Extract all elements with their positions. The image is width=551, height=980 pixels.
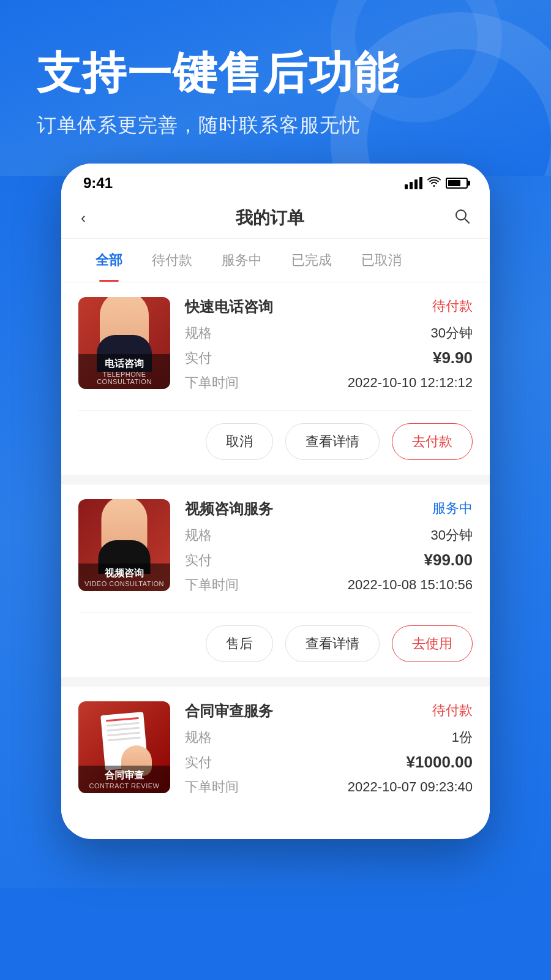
nav-bar: ‹ 我的订单 <box>61 198 490 239</box>
order-card: 合同审查 CONTRACT REVIEW 合同审查服务 待付款 规格 1份 <box>61 687 490 829</box>
spec-label: 规格 <box>185 324 212 342</box>
order-status: 待付款 <box>432 297 473 315</box>
image-sub-label: TELEPHONE CONSULTATION <box>81 371 168 385</box>
order-image-contract: 合同审查 CONTRACT REVIEW <box>78 701 170 793</box>
spec-value: 1份 <box>452 728 473 747</box>
time-value: 2022-10-10 12:12:12 <box>348 375 473 391</box>
signal-icon <box>405 177 422 189</box>
hero-title: 支持一键售后功能 <box>37 49 514 97</box>
time-label: 下单时间 <box>185 576 239 594</box>
time-label: 下单时间 <box>185 778 239 796</box>
paid-label: 实付 <box>185 753 212 772</box>
paid-value: ¥99.00 <box>424 551 473 570</box>
cancel-button[interactable]: 取消 <box>206 423 273 460</box>
order-card: 视频咨询 VIDEO CONSULTATION 视频咨询服务 服务中 规格 3 <box>61 484 490 677</box>
spec-label: 规格 <box>185 526 212 545</box>
order-status: 服务中 <box>432 499 473 518</box>
paid-value: ¥1000.00 <box>407 753 473 772</box>
status-bar: 9:41 <box>61 164 490 198</box>
paid-label: 实付 <box>185 349 212 368</box>
order-name: 合同审查服务 <box>185 701 273 721</box>
phone-mockup: 9:41 <box>61 164 490 839</box>
order-image-telephone: 电话咨询 TELEPHONE CONSULTATION <box>78 297 170 389</box>
spec-label: 规格 <box>185 728 212 747</box>
back-button[interactable]: ‹ <box>81 209 86 227</box>
image-main-label: 合同审查 <box>81 769 168 782</box>
battery-icon <box>446 178 468 189</box>
time-value: 2022-10-08 15:10:56 <box>348 577 473 593</box>
spec-value: 30分钟 <box>431 324 473 342</box>
aftersale-button[interactable]: 售后 <box>206 625 273 662</box>
hero-subtitle: 订单体系更完善，随时联系客服无忧 <box>37 112 514 139</box>
order-name: 快速电话咨询 <box>185 297 273 317</box>
image-main-label: 电话咨询 <box>81 358 168 371</box>
status-icons <box>405 176 468 190</box>
order-list: 电话咨询 TELEPHONE CONSULTATION 快速电话咨询 待付款 规… <box>61 282 490 829</box>
svg-line-1 <box>465 219 469 223</box>
order-actions: 售后 查看详情 去使用 <box>78 612 473 662</box>
view-detail-button[interactable]: 查看详情 <box>285 423 380 460</box>
paid-label: 实付 <box>185 551 212 570</box>
order-status: 待付款 <box>432 701 473 720</box>
tab-all[interactable]: 全部 <box>81 239 137 282</box>
tab-pending-payment[interactable]: 待付款 <box>137 239 207 282</box>
search-button[interactable] <box>454 208 470 228</box>
tab-completed[interactable]: 已完成 <box>277 239 347 282</box>
tab-cancelled[interactable]: 已取消 <box>347 239 416 282</box>
image-sub-label: VIDEO CONSULTATION <box>81 580 168 587</box>
order-image-video: 视频咨询 VIDEO CONSULTATION <box>78 499 170 591</box>
order-card: 电话咨询 TELEPHONE CONSULTATION 快速电话咨询 待付款 规… <box>61 282 490 475</box>
wifi-icon <box>427 176 441 190</box>
tab-in-service[interactable]: 服务中 <box>207 239 277 282</box>
order-name: 视频咨询服务 <box>185 499 273 519</box>
phone-container: 9:41 <box>0 164 551 888</box>
use-button[interactable]: 去使用 <box>392 625 473 662</box>
paid-value: ¥9.90 <box>433 349 473 368</box>
time-label: 下单时间 <box>185 374 239 392</box>
pay-button[interactable]: 去付款 <box>392 423 473 460</box>
view-detail-button[interactable]: 查看详情 <box>285 625 380 662</box>
hero-section: 支持一键售后功能 订单体系更完善，随时联系客服无忧 <box>0 0 551 176</box>
image-main-label: 视频咨询 <box>81 567 168 580</box>
time-value: 2022-10-07 09:23:40 <box>348 779 473 795</box>
order-actions: 取消 查看详情 去付款 <box>78 410 473 460</box>
tab-bar: 全部 待付款 服务中 已完成 已取消 <box>61 239 490 282</box>
spec-value: 30分钟 <box>431 526 473 545</box>
page-title: 我的订单 <box>236 206 304 230</box>
image-sub-label: CONTRACT REVIEW <box>81 782 168 790</box>
status-time: 9:41 <box>83 175 113 192</box>
